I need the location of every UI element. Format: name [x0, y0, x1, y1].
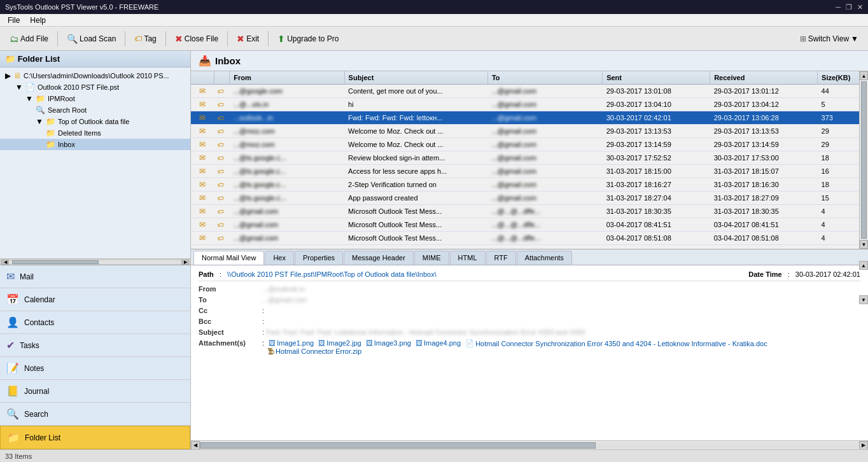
email-flag-icon: 🏷 [218, 221, 224, 228]
col-icon[interactable] [191, 71, 214, 85]
email-from: ...@gmail.com [230, 218, 344, 232]
tab-html[interactable]: HTML [450, 251, 486, 265]
from-blurred: ...@moz.com [234, 141, 275, 148]
sidebar-hscroll-thumb[interactable] [12, 260, 99, 264]
table-row[interactable]: ✉ 🏷 ...@...ols.in hi ...@gmail.com 29-03… [191, 98, 868, 111]
email-to: ...@...@...dffe... [487, 205, 602, 218]
preview-vscroll-up[interactable]: ▲ [859, 265, 868, 270]
close-button[interactable]: ✕ [857, 3, 863, 11]
tab-properties[interactable]: Properties [295, 251, 343, 265]
tree-item-drive[interactable]: ▶ 🖥 C:\Users\admin\Downloads\Outlook 201… [0, 70, 190, 81]
email-to: ...@...@...dffe... [487, 218, 602, 232]
email-from: ...@moz.com [230, 138, 344, 151]
preview-from-row: From ...@outlook.in [199, 285, 860, 293]
restore-button[interactable]: ❐ [846, 3, 852, 11]
attach-doc-label[interactable]: Hotmail Connector Synchronization Error … [475, 340, 767, 347]
nav-calendar[interactable]: 📅 Calendar [0, 288, 190, 311]
col-received[interactable]: Received [710, 71, 818, 85]
tree-item-ipmroot[interactable]: ▼ 📁 IPMRoot [0, 93, 190, 104]
hscroll-right[interactable]: ▶ [859, 441, 868, 450]
tree-item-search-root[interactable]: 🔍 Search Root [0, 104, 190, 116]
nav-journal[interactable]: 📒 Journal [0, 380, 190, 403]
table-row[interactable]: ✉ 🏷 ...@gmail.com Microsoft Outlook Test… [191, 232, 868, 245]
nav-tasks[interactable]: ✔ Tasks [0, 334, 190, 357]
tab-rtf[interactable]: RTF [486, 251, 516, 265]
minimize-button[interactable]: ─ [836, 3, 841, 11]
folder-icon-5: 📁 [46, 117, 55, 126]
table-row[interactable]: ✉ 🏷 ...outlook...in Fwd: Fwd: Fwd: Fwd: … [191, 111, 868, 125]
nav-mail[interactable]: ✉ Mail [0, 265, 190, 288]
tree-item-inbox[interactable]: 📁 Inbox [0, 139, 190, 150]
sidebar-hscroll-left[interactable]: ◀ [1, 260, 9, 265]
sidebar-hscroll[interactable]: ◀ ▶ [0, 258, 190, 265]
toolbar-separator-1 [57, 31, 58, 46]
to-blurred: ...@gmail.com [491, 127, 536, 135]
email-from: ...@...ols.in [230, 98, 344, 111]
preview-vscroll-down[interactable]: ▼ [859, 295, 868, 304]
close-file-button[interactable]: ✖ Close File [169, 30, 224, 48]
attach-img2-label[interactable]: Image2.jpg [326, 339, 361, 347]
nav-search[interactable]: 🔍 Search [0, 403, 190, 426]
nav-notes[interactable]: 📝 Notes [0, 357, 190, 380]
attach-zip-row: 🗜 Hotmail Connector Error.zip [262, 347, 364, 355]
tree-item-deleted[interactable]: 📁 Deleted Items [0, 127, 190, 139]
email-type-icon: ✉ [199, 167, 206, 176]
tree-label-ipmroot: IPMRoot [48, 95, 75, 102]
load-scan-button[interactable]: 🔍 Load Scan [61, 30, 122, 48]
attach-img4-label[interactable]: Image4.png [424, 339, 461, 347]
vscroll-down[interactable]: ▼ [860, 240, 868, 249]
email-received: 29-03-2017 13:01:12 [710, 85, 818, 98]
tab-attachments[interactable]: Attachments [517, 251, 572, 265]
add-file-button[interactable]: 🗂 Add File [4, 30, 54, 48]
tab-hex[interactable]: Hex [265, 251, 294, 265]
preview-vscroll[interactable]: ▲ ▼ [859, 265, 868, 304]
table-row[interactable]: ✉ 🏷 ...@moz.com Welcome to Moz. Check ou… [191, 138, 868, 151]
email-list-vscroll[interactable]: ▲ ▼ [859, 71, 868, 249]
nav-contacts[interactable]: 👤 Contacts [0, 311, 190, 334]
attach-img1-label[interactable]: Image1.png [277, 339, 314, 347]
tag-button[interactable]: 🏷 Tag [129, 30, 162, 48]
nav-folder-list[interactable]: 📁 Folder List [0, 426, 190, 449]
email-received: 29-03-2017 13:14:59 [710, 138, 818, 151]
table-row[interactable]: ✉ 🏷 ...@google.com Content, get more out… [191, 85, 868, 98]
attach-img4-icon: 🖼 [416, 339, 423, 347]
hscroll-left[interactable]: ◀ [191, 441, 200, 450]
table-row[interactable]: ✉ 🏷 ...@moz.com Welcome to Moz. Check ou… [191, 125, 868, 138]
col-sent[interactable]: Sent [603, 71, 710, 85]
col-subject[interactable]: Subject [344, 71, 487, 85]
email-icon-cell: ✉ [191, 85, 214, 98]
col-flag[interactable] [214, 71, 230, 85]
upgrade-button[interactable]: ⬆ Upgrade to Pro [272, 30, 344, 48]
email-icon-cell: ✉ [191, 232, 214, 245]
table-row[interactable]: ✉ 🏷 ...@gmail.com Microsoft Outlook Test… [191, 218, 868, 232]
sidebar-hscroll-right[interactable]: ▶ [181, 260, 189, 265]
col-from[interactable]: From [230, 71, 344, 85]
table-row[interactable]: ✉ 🏷 ...@gmail.com Microsoft Outlook Test… [191, 205, 868, 218]
table-row[interactable]: ✉ 🏷 ...@ts.google.c... Review blocked si… [191, 151, 868, 165]
table-row[interactable]: ✉ 🏷 ...@ts.google.c... Access for less s… [191, 165, 868, 178]
tab-message-header[interactable]: Message Header [344, 251, 414, 265]
tree-item-top-outlook[interactable]: ▼ 📁 Top of Outlook data file [0, 116, 190, 127]
tab-mime[interactable]: MIME [414, 251, 449, 265]
email-subject: 2-Step Verification turned on [344, 178, 487, 192]
menu-help[interactable]: Help [25, 15, 51, 26]
preview-bcc-value: : [262, 318, 860, 325]
attach-img3-label[interactable]: Image3.png [374, 339, 411, 347]
menu-file[interactable]: File [3, 15, 25, 26]
table-row[interactable]: ✉ 🏷 ...@ts.google.c... App password crea… [191, 192, 868, 205]
attach-img1: 🖼 Image1.png [269, 339, 314, 347]
vscroll-up[interactable]: ▲ [860, 71, 868, 80]
email-icon-cell: ✉ [191, 151, 214, 165]
table-row[interactable]: ✉ 🏷 ...@ts.google.c... 2-Step Verificati… [191, 178, 868, 192]
vscroll-thumb[interactable] [861, 81, 867, 239]
tab-normal-mail[interactable]: Normal Mail View [193, 251, 264, 265]
folder-tree[interactable]: ▶ 🖥 C:\Users\admin\Downloads\Outlook 201… [0, 67, 190, 258]
email-subject: App password created [344, 192, 487, 205]
attach-zip-label[interactable]: Hotmail Connector Error.zip [276, 347, 361, 355]
exit-button[interactable]: ✖ Exit [231, 30, 265, 48]
tree-item-pst[interactable]: ▼ 📄 Outlook 2010 PST File.pst [0, 81, 190, 93]
col-to[interactable]: To [487, 71, 602, 85]
hscroll-thumb[interactable] [200, 442, 596, 449]
email-hscroll[interactable]: ◀ ▶ [191, 440, 868, 449]
switch-view-button[interactable]: ⊞ Switch View ▼ [794, 30, 864, 48]
